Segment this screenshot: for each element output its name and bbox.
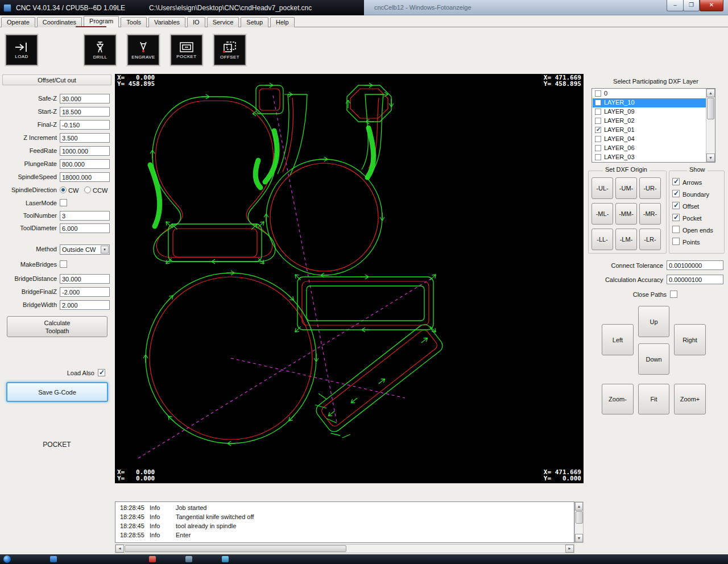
- toolpath-viewport[interactable]: X= 0.000Y= 458.895 X= 471.669Y= 458.895 …: [115, 74, 584, 483]
- show-points-checkbox[interactable]: [672, 238, 680, 245]
- engrave-icon: [136, 41, 150, 53]
- pan-left-button[interactable]: Left: [602, 324, 634, 355]
- scrollbar-thumb[interactable]: [125, 545, 346, 552]
- layer-checkbox-0[interactable]: [595, 90, 601, 97]
- layer-checkbox-5[interactable]: [595, 136, 601, 142]
- calculate-toolpath-button[interactable]: Calculate Toolpath: [7, 316, 107, 337]
- show-offset-checkbox[interactable]: [672, 202, 680, 209]
- start-button[interactable]: [3, 555, 11, 563]
- spindle-ccw-radio[interactable]: [84, 186, 91, 193]
- bridge-distance-input[interactable]: [60, 274, 110, 284]
- bridge-width-input[interactable]: [60, 300, 110, 310]
- show-openends-checkbox[interactable]: [672, 226, 680, 233]
- laser-mode-label: LaserMode: [0, 200, 57, 206]
- tab-service[interactable]: Service: [207, 17, 239, 27]
- layer-checkbox-2[interactable]: [595, 109, 601, 115]
- close-paths-checkbox[interactable]: [670, 291, 677, 298]
- close-button[interactable]: ✕: [700, 0, 723, 11]
- dxf-panel: Select Participating DXF Layer 0 LAYER_1…: [584, 74, 728, 554]
- layer-row-3[interactable]: LAYER_02: [593, 117, 706, 126]
- chevron-down-icon[interactable]: ▼: [101, 246, 109, 254]
- minimize-button[interactable]: –: [667, 0, 684, 11]
- plungerate-input[interactable]: [60, 159, 110, 169]
- make-bridges-checkbox[interactable]: [60, 260, 67, 268]
- loaded-file-path: C:\Users\elsign\Desktop\CNC\cndHeadv7_po…: [149, 4, 312, 12]
- zoom-in-button[interactable]: Zoom+: [674, 384, 706, 414]
- taskbar-icon-explorer[interactable]: [185, 556, 192, 562]
- scroll-left-icon[interactable]: ◄: [115, 545, 124, 553]
- load-also-checkbox[interactable]: [98, 369, 105, 376]
- layer-checkbox-7[interactable]: [595, 154, 601, 160]
- canvas-coord-bottomleft: X= 0.000Y= 0.000: [117, 469, 155, 482]
- canvas-coord-topleft: X= 0.000Y= 458.895: [117, 74, 155, 87]
- log-vertical-scrollbar[interactable]: ▲ ▼: [574, 501, 584, 543]
- message-log: 18:28:45InfoJob started 18:28:45InfoTang…: [115, 501, 584, 554]
- layer-checkbox-6[interactable]: [595, 145, 601, 151]
- safe-z-input[interactable]: [60, 94, 110, 103]
- taskbar-icon-browser[interactable]: [50, 556, 57, 562]
- layer-row-5[interactable]: LAYER_04: [593, 135, 706, 144]
- log-listbox[interactable]: 18:28:45InfoJob started 18:28:45InfoTang…: [115, 501, 574, 543]
- drill-button[interactable]: DRILL: [84, 35, 116, 65]
- tab-setup[interactable]: Setup: [241, 17, 268, 27]
- maximize-button[interactable]: ❐: [683, 0, 700, 11]
- layer-checkbox-3[interactable]: [595, 118, 601, 124]
- spindlespeed-input[interactable]: [60, 172, 110, 182]
- scroll-down-icon[interactable]: ▼: [706, 154, 715, 162]
- zoom-out-button[interactable]: Zoom-: [602, 384, 634, 414]
- background-window-titlebar[interactable]: cncCelb12 - Windows-Fotoanzeige – ❐ ✕: [364, 0, 728, 15]
- layer-row-2[interactable]: LAYER_09: [593, 107, 706, 117]
- scrollbar-thumb[interactable]: [576, 511, 583, 524]
- layer-row-0[interactable]: 0: [593, 89, 706, 98]
- scroll-up-icon[interactable]: ▲: [706, 89, 715, 97]
- scroll-down-icon[interactable]: ▼: [575, 534, 583, 542]
- show-boundary-checkbox[interactable]: [672, 190, 680, 197]
- tab-operate[interactable]: Operate: [1, 17, 35, 27]
- scrollbar-thumb[interactable]: [707, 98, 714, 119]
- offset-button[interactable]: OFFSET: [214, 35, 246, 65]
- connect-tolerance-input[interactable]: [667, 260, 723, 270]
- layer-list-scrollbar[interactable]: ▲ ▼: [706, 89, 715, 162]
- tool-number-input[interactable]: [60, 211, 110, 221]
- layer-row-4[interactable]: LAYER_01: [593, 126, 706, 135]
- layer-row-7[interactable]: LAYER_03: [593, 153, 706, 162]
- laser-mode-checkbox[interactable]: [60, 199, 67, 206]
- calculation-accuracy-input[interactable]: [667, 275, 723, 284]
- save-gcode-button[interactable]: Save G-Code: [6, 382, 108, 402]
- layer-row-6[interactable]: LAYER_06: [593, 144, 706, 153]
- method-select[interactable]: Outside CW ▼: [60, 244, 110, 255]
- tab-program[interactable]: Program: [84, 16, 119, 27]
- layer-checkbox-1[interactable]: [595, 99, 601, 106]
- tab-bar: Operate Coordinates Program Tools Variab…: [0, 15, 728, 27]
- log-horizontal-scrollbar[interactable]: ◄ ►: [115, 544, 574, 553]
- show-pocket-checkbox[interactable]: [672, 214, 680, 221]
- taskbar-icon-app[interactable]: [222, 556, 229, 562]
- show-arrows-checkbox[interactable]: [672, 178, 680, 185]
- tab-variables[interactable]: Variables: [148, 17, 185, 27]
- tab-help[interactable]: Help: [270, 17, 295, 27]
- pan-up-button[interactable]: Up: [638, 306, 669, 337]
- canvas-coord-topright: X= 471.669Y= 458.895: [544, 74, 581, 87]
- feedrate-input[interactable]: [60, 146, 110, 156]
- z-increment-input[interactable]: [60, 133, 110, 143]
- tab-io[interactable]: IO: [187, 17, 205, 27]
- bridge-finalz-input[interactable]: [60, 287, 110, 297]
- taskbar-icon-media[interactable]: [149, 556, 156, 562]
- pocket-button[interactable]: POCKET: [171, 35, 202, 65]
- spindle-cw-radio[interactable]: [60, 186, 67, 193]
- zoom-fit-button[interactable]: Fit: [638, 384, 669, 414]
- scroll-up-icon[interactable]: ▲: [575, 502, 583, 511]
- log-row-0: 18:28:45InfoJob started: [120, 504, 569, 513]
- engrave-button[interactable]: ENGRAVE: [127, 35, 159, 65]
- tab-tools[interactable]: Tools: [121, 17, 147, 27]
- scroll-right-icon[interactable]: ►: [565, 545, 574, 553]
- tool-diameter-input[interactable]: [60, 223, 110, 233]
- start-z-input[interactable]: [60, 107, 110, 117]
- dxf-layer-list[interactable]: 0 LAYER_10 LAYER_09 LAYER_02 LAYER_01 LA…: [592, 88, 715, 163]
- final-z-input[interactable]: [60, 120, 110, 130]
- layer-checkbox-4[interactable]: [595, 127, 601, 133]
- load-button[interactable]: LOAD: [6, 35, 38, 65]
- pan-right-button[interactable]: Right: [674, 324, 706, 355]
- pan-down-button[interactable]: Down: [638, 343, 669, 375]
- layer-row-1[interactable]: LAYER_10: [593, 98, 706, 107]
